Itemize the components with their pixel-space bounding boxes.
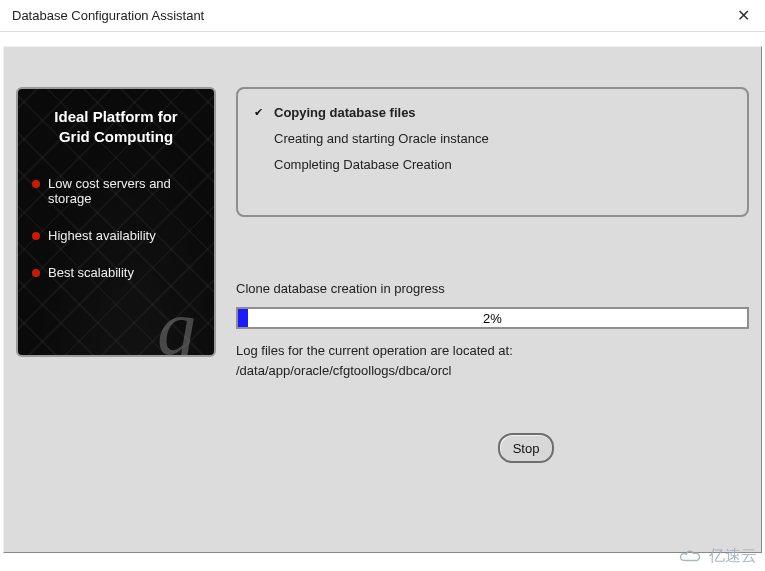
status-text: Clone database creation in progress xyxy=(236,281,749,296)
step-row: ✔ Copying database files xyxy=(254,99,731,125)
progress-percent-label: 2% xyxy=(238,311,747,326)
bullet-icon xyxy=(32,232,40,240)
close-icon[interactable]: ✕ xyxy=(731,8,755,24)
window-title: Database Configuration Assistant xyxy=(12,8,204,23)
log-caption: Log files for the current operation are … xyxy=(236,343,749,358)
check-icon: ✔ xyxy=(254,106,266,119)
banner-bullet: Highest availability xyxy=(32,228,200,243)
watermark: 亿速云 xyxy=(677,546,757,567)
step-row: ✔ Creating and starting Oracle instance xyxy=(254,125,731,151)
stop-button[interactable]: Stop xyxy=(498,433,554,463)
step-label: Completing Database Creation xyxy=(274,157,452,172)
stop-button-label: Stop xyxy=(513,441,540,456)
bullet-icon xyxy=(32,269,40,277)
step-label: Creating and starting Oracle instance xyxy=(274,131,489,146)
watermark-text: 亿速云 xyxy=(709,546,757,567)
banner-title-line1: Ideal Platform for xyxy=(54,108,177,125)
bullet-icon xyxy=(32,180,40,188)
steps-panel: ✔ Copying database files ✔ Creating and … xyxy=(236,87,749,217)
banner-title-line2: Grid Computing xyxy=(59,128,173,145)
banner-bullet: Best scalability xyxy=(32,265,200,280)
cloud-icon xyxy=(677,549,705,565)
titlebar: Database Configuration Assistant ✕ xyxy=(0,0,765,32)
log-path: /data/app/oracle/cfgtoollogs/dbca/orcl xyxy=(236,363,749,378)
main-panel: Ideal Platform for Grid Computing Low co… xyxy=(3,46,762,553)
banner-bullet-label: Highest availability xyxy=(48,228,156,243)
banner-title: Ideal Platform for Grid Computing xyxy=(32,107,200,148)
step-row: ✔ Completing Database Creation xyxy=(254,151,731,177)
banner-bullet-label: Low cost servers and storage xyxy=(48,176,200,206)
banner-decoration: g xyxy=(157,283,196,357)
progress-bar: 2% xyxy=(236,307,749,329)
banner-bullet-label: Best scalability xyxy=(48,265,134,280)
side-banner: Ideal Platform for Grid Computing Low co… xyxy=(16,87,216,357)
step-label: Copying database files xyxy=(274,105,416,120)
banner-bullet: Low cost servers and storage xyxy=(32,176,200,206)
